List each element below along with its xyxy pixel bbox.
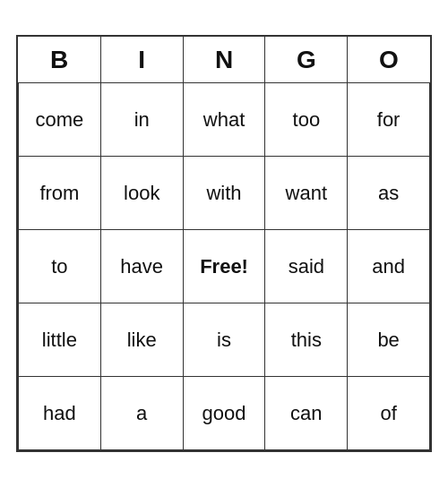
- cell-r0-c3: too: [265, 83, 348, 157]
- table-row: comeinwhattoofor: [19, 83, 430, 157]
- cell-r4-c4: of: [348, 377, 430, 450]
- cell-r2-c4: and: [348, 230, 430, 303]
- cell-r2-c1: have: [100, 230, 183, 303]
- header-n: N: [183, 37, 265, 83]
- cell-r1-c2: with: [183, 157, 265, 230]
- cell-r4-c0: had: [19, 377, 101, 450]
- header-o: O: [348, 37, 430, 83]
- cell-r1-c1: look: [100, 157, 183, 230]
- cell-r1-c3: want: [265, 157, 348, 230]
- table-row: tohaveFree!saidand: [19, 230, 430, 303]
- header-b: B: [19, 37, 101, 83]
- cell-r4-c2: good: [183, 377, 265, 450]
- header-i: I: [100, 37, 183, 83]
- cell-r1-c4: as: [348, 157, 430, 230]
- cell-r3-c4: be: [348, 303, 430, 377]
- table-row: littlelikeisthisbe: [19, 303, 430, 377]
- cell-r0-c1: in: [100, 83, 183, 157]
- cell-r2-c2: Free!: [183, 230, 265, 303]
- table-row: fromlookwithwantas: [19, 157, 430, 230]
- bingo-table: B I N G O comeinwhattooforfromlookwithwa…: [18, 37, 430, 451]
- cell-r3-c0: little: [19, 303, 101, 377]
- cell-r2-c0: to: [19, 230, 101, 303]
- header-row: B I N G O: [19, 37, 430, 83]
- cell-r0-c2: what: [183, 83, 265, 157]
- cell-r3-c2: is: [183, 303, 265, 377]
- cell-r1-c0: from: [19, 157, 101, 230]
- cell-r3-c3: this: [265, 303, 348, 377]
- cell-r2-c3: said: [265, 230, 348, 303]
- cell-r4-c3: can: [265, 377, 348, 450]
- header-g: G: [265, 37, 348, 83]
- cell-r3-c1: like: [100, 303, 183, 377]
- bingo-card: B I N G O comeinwhattooforfromlookwithwa…: [16, 35, 432, 453]
- table-row: hadagoodcanof: [19, 377, 430, 450]
- cell-r0-c0: come: [19, 83, 101, 157]
- cell-r4-c1: a: [100, 377, 183, 450]
- cell-r0-c4: for: [348, 83, 430, 157]
